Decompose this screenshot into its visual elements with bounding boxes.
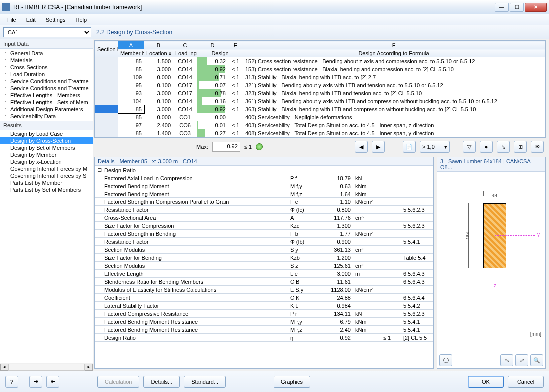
nav-item[interactable]: Parts List by Member — [0, 179, 93, 186]
col-loading[interactable]: Load-ing — [173, 49, 197, 57]
scroll-left-icon[interactable]: ◄ — [0, 364, 8, 371]
detail-row: Design Ratioη0.92≤ 1[2] CL 5.5 — [95, 334, 433, 342]
detail-row: Factored Bending MomentM f,y0.63kNm — [95, 182, 433, 190]
nav-item[interactable]: Service Conditions and Treatme — [0, 85, 93, 92]
export-icon[interactable]: ⇤ — [46, 376, 59, 388]
help-icon[interactable]: ? — [5, 376, 18, 388]
detail-row: Size Factor for CompressionKzc1.3005.5.6… — [95, 222, 433, 230]
filter-icon[interactable]: ▽ — [463, 141, 476, 153]
filter-combo[interactable]: > 1,0▾ — [420, 141, 450, 153]
nav-item[interactable]: Additional Design Parameters — [0, 106, 93, 113]
menu-settings[interactable]: Settings — [42, 16, 70, 24]
case-selector[interactable]: CA1 — [3, 27, 91, 37]
scroll-right-icon[interactable]: ► — [85, 364, 93, 371]
show-hide-icon[interactable]: 👁 — [531, 141, 544, 153]
sidebar-hscroll[interactable]: ◄ ► — [0, 363, 93, 371]
maximize-button[interactable]: ☐ — [510, 3, 524, 12]
table-row[interactable]: 933.000CO170.78≤ 1323) Stability - Biaxi… — [95, 89, 545, 97]
nav-item[interactable]: Parts List by Set of Members — [0, 186, 93, 193]
col-letter-f[interactable]: F — [243, 41, 545, 49]
col-location[interactable]: Location x [m] — [144, 49, 173, 57]
menu-file[interactable]: File — [3, 16, 20, 24]
col-letter-d[interactable]: D — [197, 41, 228, 49]
col-member[interactable]: Member No. — [118, 49, 144, 57]
nav-back-button[interactable]: ◀ — [355, 141, 368, 153]
axis-xz-icon[interactable]: ⤢ — [515, 354, 528, 366]
max-compare: ≤ 1 — [244, 144, 252, 150]
nav-item[interactable]: Design by x-Location — [0, 158, 93, 165]
detail-row: Modulus of Elasticity for Stiffness Calc… — [95, 286, 433, 294]
table-row[interactable]: 853.000CO140.92≤ 1153) Cross-section res… — [95, 65, 545, 73]
results-grid: Section No. A B C D E F Member No. Locat… — [94, 40, 546, 138]
nav-group-input: Input Data — [0, 39, 93, 49]
details-button[interactable]: Details... — [143, 376, 180, 388]
app-window: RF-TIMBER CSA - [Canadian timber framewo… — [0, 0, 549, 392]
standard-button[interactable]: Standard... — [184, 376, 226, 388]
detail-row: Factored Compressive ResistanceP r134.11… — [95, 310, 433, 318]
graphics-button[interactable]: Graphics — [274, 376, 310, 388]
minimize-button[interactable]: — — [495, 3, 509, 12]
nav-item[interactable]: Materials — [0, 57, 93, 64]
table-row[interactable]: 972.400CO60.01≤ 1403) Serviceability - T… — [95, 121, 545, 129]
dim-height: 184 — [468, 203, 471, 268]
col-letter-b[interactable]: B — [144, 41, 173, 49]
col-letter-a[interactable]: A — [118, 41, 144, 49]
table-row[interactable]: 1040.100CO140.16≤ 1361) Stability - Bend… — [95, 97, 545, 105]
cancel-button[interactable]: Cancel — [508, 376, 544, 388]
nav-item[interactable]: Effective Lengths - Sets of Mem — [0, 99, 93, 106]
details-title: Details - Member 85 - x: 3.000 m - CO14 — [95, 157, 433, 166]
max-label: Max: — [196, 144, 208, 150]
scroll-track[interactable] — [8, 364, 85, 371]
table-row[interactable]: 850.000CO10.00400) Serviceability - Negl… — [95, 113, 545, 121]
nav-item[interactable]: Governing Internal Forces by M — [0, 165, 93, 172]
zoom-icon[interactable]: 🔍 — [530, 354, 543, 366]
col-formula[interactable]: Design According to Formula — [243, 49, 545, 57]
bottom-bar: ? ⇥ ⇤ Calculation Details... Standard...… — [0, 371, 549, 392]
nav-fwd-button[interactable]: ▶ — [372, 141, 385, 153]
nav-item[interactable]: Serviceability Data — [0, 113, 93, 120]
import-icon[interactable]: ⇥ — [29, 376, 42, 388]
col-design[interactable]: Design — [197, 49, 243, 57]
collapse-icon[interactable]: ⊟ — [95, 166, 102, 174]
nav-item[interactable]: Effective Lengths - Members — [0, 92, 93, 99]
axis-xy-icon[interactable]: ⤡ — [500, 354, 513, 366]
results-info-button[interactable]: 📄 — [403, 141, 416, 153]
table-row[interactable]: 1090.000CO140.71≤ 1313) Stability - Biax… — [95, 73, 545, 81]
menu-help[interactable]: Help — [71, 16, 91, 24]
dim-width: 64 — [483, 193, 506, 198]
detail-row: Size Factor for BendingKzb1.200Table 5.4 — [95, 254, 433, 262]
highlight-icon[interactable]: ● — [480, 141, 493, 153]
nav-item[interactable]: Load Duration — [0, 71, 93, 78]
menu-edit[interactable]: Edit — [22, 16, 40, 24]
col-section[interactable]: Section No. — [95, 41, 118, 57]
info-icon[interactable]: ⓘ — [439, 354, 452, 366]
select-member-icon[interactable]: ↘ — [497, 141, 510, 153]
nav-item[interactable]: Design by Cross-Section — [0, 137, 93, 144]
nav-item[interactable]: Design by Load Case — [0, 130, 93, 137]
nav-item[interactable]: Governing Internal Forces by S — [0, 172, 93, 179]
nav-item[interactable]: Service Conditions and Treatme — [0, 78, 93, 85]
nav-item[interactable]: Cross-Sections — [0, 64, 93, 71]
nav-item[interactable]: Design by Member — [0, 151, 93, 158]
view-member-icon[interactable]: ⊞ — [514, 141, 527, 153]
table-row[interactable]: 851.500CO140.32≤ 1152) Cross-section res… — [95, 57, 545, 65]
table-row[interactable]: 853.000CO140.92≤ 1363) Stability - Biaxi… — [95, 105, 545, 113]
titlebar[interactable]: RF-TIMBER CSA - [Canadian timber framewo… — [0, 0, 549, 14]
calculation-button[interactable]: Calculation — [97, 376, 139, 388]
axis-z — [495, 235, 495, 282]
ok-button[interactable]: OK — [468, 376, 504, 388]
detail-row: Lateral Stability FactorK L0.9845.5.4.2 — [95, 302, 433, 310]
close-button[interactable]: ✕ — [525, 3, 547, 12]
ok-status-icon — [256, 143, 263, 150]
table-row[interactable]: 851.400CO30.27≤ 1408) Serviceability - T… — [95, 129, 545, 137]
col-letter-e[interactable]: E — [228, 41, 243, 49]
col-letter-c[interactable]: C — [173, 41, 197, 49]
app-icon — [2, 3, 10, 11]
nav-item[interactable]: General Data — [0, 50, 93, 57]
nav-item[interactable]: Design by Set of Members — [0, 144, 93, 151]
table-row[interactable]: 950.100CO170.07≤ 1321) Stability - Bendi… — [95, 81, 545, 89]
navigator: Input Data General DataMaterialsCross-Se… — [0, 39, 93, 371]
section-preview: 3 - Sawn Lumber 64x184 | CAN/CSA-O8... 6… — [437, 157, 546, 369]
preview-canvas[interactable]: 64 184 [mm] — [437, 172, 545, 352]
detail-row: Resistance FactorΦ (fc)0.8005.5.6.2.3 — [95, 206, 433, 214]
